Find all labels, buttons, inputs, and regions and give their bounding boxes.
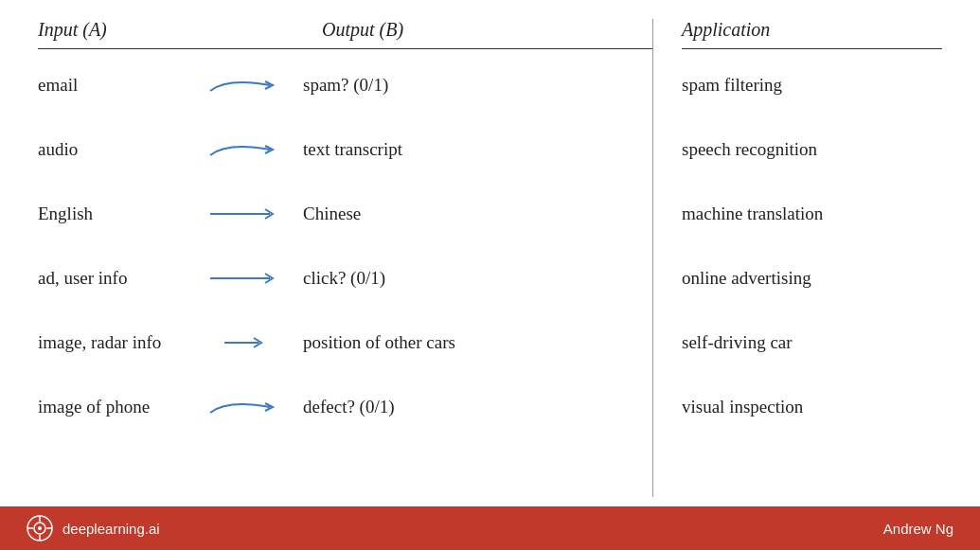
table-area: Input (A) Output (B) email spam? (0/1) a… <box>0 0 980 506</box>
input-cell: English <box>38 204 208 224</box>
output-cell: spam? (0/1) <box>303 75 652 96</box>
table-row: ad, user info click? (0/1) <box>38 246 652 310</box>
svg-point-2 <box>38 526 42 530</box>
arrow-cell <box>208 331 303 354</box>
application-row: online advertising <box>682 246 942 310</box>
input-cell: ad, user info <box>38 268 208 289</box>
application-row: self-driving car <box>682 310 942 375</box>
application-cell: spam filtering <box>682 75 782 96</box>
application-cell: speech recognition <box>682 139 817 160</box>
header-input-label: Input (A) <box>38 19 322 41</box>
application-cell: visual inspection <box>682 397 803 417</box>
header-application-label: Application <box>682 19 770 41</box>
table-row: image of phone defect? (0/1) <box>38 375 652 439</box>
application-row: machine translation <box>682 182 942 246</box>
output-cell: click? (0/1) <box>303 268 652 289</box>
arrow-cell <box>208 203 303 225</box>
arrow-cell <box>208 396 303 418</box>
footer-brand: deeplearning.ai <box>62 521 160 537</box>
arrow-icon <box>208 396 289 418</box>
arrow-cell <box>208 267 303 290</box>
output-cell: position of other cars <box>303 332 652 353</box>
application-header-row: Application <box>682 19 942 49</box>
output-cell: Chinese <box>303 204 652 224</box>
footer-left: deeplearning.ai <box>27 515 160 541</box>
input-cell: image, radar info <box>38 332 208 353</box>
table-row: image, radar info position of other cars <box>38 310 652 375</box>
footer-author: Andrew Ng <box>883 521 953 537</box>
application-row: visual inspection <box>682 375 942 439</box>
header-row: Input (A) Output (B) <box>38 19 652 49</box>
table-row: audio text transcript <box>38 117 652 182</box>
arrow-icon <box>208 203 289 225</box>
footer: deeplearning.ai Andrew Ng <box>0 506 980 550</box>
arrow-cell <box>208 74 303 97</box>
application-row: speech recognition <box>682 117 942 182</box>
application-cell: machine translation <box>682 204 823 224</box>
output-cell: defect? (0/1) <box>303 397 652 417</box>
input-cell: image of phone <box>38 397 208 417</box>
input-cell: audio <box>38 139 208 160</box>
input-cell: email <box>38 75 208 96</box>
application-cell: online advertising <box>682 268 811 289</box>
arrow-icon <box>208 267 289 290</box>
main-container: Input (A) Output (B) email spam? (0/1) a… <box>0 0 980 550</box>
right-section: Application spam filtering speech recogn… <box>653 19 942 497</box>
left-section: Input (A) Output (B) email spam? (0/1) a… <box>38 19 653 497</box>
deeplearning-logo <box>27 515 53 541</box>
arrow-icon <box>208 74 289 97</box>
output-cell: text transcript <box>303 139 652 160</box>
arrow-cell <box>208 138 303 161</box>
table-row: English Chinese <box>38 182 652 246</box>
application-row: spam filtering <box>682 53 942 117</box>
table-row: email spam? (0/1) <box>38 53 652 117</box>
arrow-icon <box>208 331 289 354</box>
arrow-icon <box>208 138 289 161</box>
application-cell: self-driving car <box>682 332 793 353</box>
header-output-label: Output (B) <box>322 19 652 41</box>
